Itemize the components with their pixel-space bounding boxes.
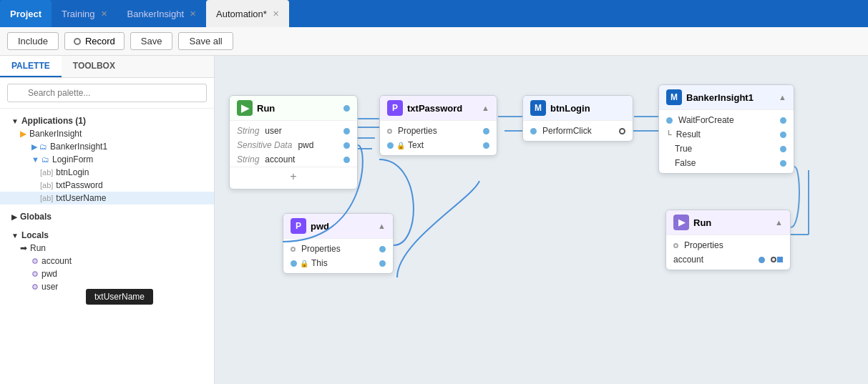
tree-bankerinsight[interactable]: ▶ BankerInsight	[0, 127, 214, 140]
txtpassword-text-left-dot	[387, 142, 394, 149]
tab-training[interactable]: Training ✕	[52, 0, 117, 27]
run-row-sensitive: Sensitive Data pwd	[230, 138, 357, 152]
tree-user-label: user	[42, 282, 58, 292]
run-row-string-label1: String	[237, 126, 259, 136]
locals-header[interactable]: ▼ Locals	[0, 229, 214, 242]
sidebar: PALETTE TOOLBOX 🔍 ▼ Applications (1) ▶ B…	[0, 56, 215, 384]
applications-header[interactable]: ▼ Applications (1)	[0, 114, 214, 127]
pwd-this-left-dot	[291, 260, 297, 267]
tree-user-var[interactable]: ⚙ user	[0, 280, 214, 293]
folder-icon: ▶	[20, 129, 26, 139]
txtpassword-text-row: 🔒 Text	[380, 138, 497, 152]
run-row-string-user: String user	[230, 124, 357, 138]
btnlogin-icon: [ab]	[40, 168, 53, 177]
tab-palette[interactable]: PALETTE	[0, 56, 62, 77]
run-row-string-account: String account	[230, 152, 357, 167]
pwd-icon-node: P	[291, 218, 306, 234]
tab-bankerinsight[interactable]: BankerInsight ✕	[117, 0, 207, 27]
tab-project[interactable]: Project	[0, 0, 52, 27]
btnlogin-left-dot	[530, 128, 537, 134]
run-main-icon: ▶	[237, 100, 253, 116]
bankerinsight1-true-label: True	[675, 144, 692, 154]
txtpassword-body: Properties 🔒 Text	[380, 121, 497, 155]
pwd-body: Properties 🔒 This	[283, 239, 393, 273]
tree-bankerinsight1[interactable]: ▶ 🗂 BankerInsight1	[0, 140, 214, 153]
applications-section: ▼ Applications (1) ▶ BankerInsight ▶ 🗂 B…	[0, 112, 214, 207]
tab-automation[interactable]: Automation* ✕	[206, 0, 289, 27]
run-row-user-val: user	[265, 126, 281, 136]
run-properties-body: Properties account	[666, 235, 790, 270]
btnlogin-node: M btnLogin PerformClick	[522, 95, 633, 142]
run-properties-title: Run	[693, 217, 771, 228]
btnlogin-header: M btnLogin	[523, 96, 633, 121]
pwd-this-row: 🔒 This	[283, 256, 393, 270]
tree-run-local[interactable]: ➡ Run	[0, 242, 214, 255]
txtpassword-title: txtPassword	[407, 103, 477, 114]
btnlogin-icon-node: M	[530, 100, 546, 116]
tree-btnlogin-label: btnLogin	[56, 167, 89, 177]
globals-section: ▶ Globals	[0, 207, 214, 226]
pwd-lock-icon: 🔒	[300, 260, 308, 267]
bankerinsight1-body: WaitForCreate └ Result True False	[659, 110, 794, 173]
bankerinsight1-right-dot	[780, 117, 786, 124]
toolbar: Include Record Save Save all	[0, 27, 868, 56]
run-add-button[interactable]: +	[230, 167, 357, 186]
pwd-icon: ⚙	[31, 270, 39, 279]
tree-loginform[interactable]: ▼ 🗂 LoginForm	[0, 153, 214, 166]
tab-bankerinsight-close[interactable]: ✕	[190, 9, 196, 19]
record-button[interactable]: Record	[64, 32, 125, 50]
run-main-header: ▶ Run	[230, 96, 357, 121]
locals-label: Locals	[21, 230, 49, 240]
btnlogin-right-dot	[619, 128, 625, 134]
txtpassword-properties-row: Properties	[380, 124, 497, 138]
save-button[interactable]: Save	[130, 32, 173, 50]
run-main-node: ▶ Run String user Sensitive Data pwd Str…	[229, 95, 358, 189]
tab-project-label: Project	[10, 9, 42, 19]
bankerinsight1-waitforcreate-row: WaitForCreate	[659, 113, 794, 127]
tree-txtpassword-label: txtPassword	[56, 180, 102, 190]
run-properties-row: Properties	[666, 238, 790, 252]
form-icon: ▶ 🗂	[31, 142, 47, 152]
tree: ▼ Applications (1) ▶ BankerInsight ▶ 🗂 B…	[0, 109, 214, 384]
bankerinsight1-icon-node: M	[666, 89, 682, 105]
loginform-icon: ▼ 🗂	[31, 155, 49, 164]
run-row-string-label2: String	[237, 154, 259, 164]
txtpassword-prop-left-dot	[387, 129, 392, 134]
tree-btnlogin[interactable]: [ab] btnLogin	[0, 166, 214, 179]
tree-txtpassword[interactable]: [ab] txtPassword	[0, 179, 214, 192]
tab-automation-close[interactable]: ✕	[273, 9, 279, 19]
tab-bankerinsight-label: BankerInsight	[127, 9, 185, 19]
search-input[interactable]	[7, 84, 207, 102]
globals-arrow: ▶	[11, 213, 17, 221]
pwd-chevron: ▲	[378, 222, 386, 230]
bankerinsight1-header: M BankerInsight1 ▲	[659, 85, 794, 110]
lock-icon: 🔒	[396, 142, 405, 149]
tab-toolbox[interactable]: TOOLBOX	[62, 56, 127, 77]
tree-account-var[interactable]: ⚙ account	[0, 255, 214, 267]
globals-header[interactable]: ▶ Globals	[0, 210, 214, 223]
locals-section: ▼ Locals ➡ Run ⚙ account ⚙ pwd ⚙ user	[0, 226, 214, 296]
pwd-prop-right-dot	[379, 246, 386, 252]
run-user-dot	[343, 128, 350, 134]
pwd-prop-left-dot	[291, 247, 296, 252]
include-button[interactable]: Include	[7, 32, 59, 50]
record-dot-icon	[74, 38, 81, 45]
txtpassword-header: P txtPassword ▲	[380, 96, 497, 121]
record-label: Record	[85, 36, 115, 46]
save-all-button[interactable]: Save all	[178, 32, 233, 50]
bankerinsight1-result-dot	[780, 132, 786, 138]
tab-training-close[interactable]: ✕	[101, 9, 107, 19]
tab-bar: Project Training ✕ BankerInsight ✕ Autom…	[0, 0, 868, 27]
pwd-node: P pwd ▲ Properties 🔒 This	[283, 213, 394, 274]
tree-txtusername[interactable]: [ab] txtUserName	[0, 192, 214, 205]
search-box: 🔍	[0, 78, 214, 109]
run-account-sq-left	[771, 257, 776, 262]
txtpassword-icon: [ab]	[40, 181, 53, 189]
pwd-properties-row: Properties	[283, 242, 393, 256]
tree-pwd-var[interactable]: ⚙ pwd	[0, 267, 214, 280]
run-properties-label: Properties	[684, 240, 723, 250]
main-layout: PALETTE TOOLBOX 🔍 ▼ Applications (1) ▶ B…	[0, 56, 868, 384]
bankerinsight1-title: BankerInsight1	[686, 92, 774, 103]
run-pwd-dot	[343, 142, 350, 149]
run-account-out-dot	[759, 257, 765, 263]
